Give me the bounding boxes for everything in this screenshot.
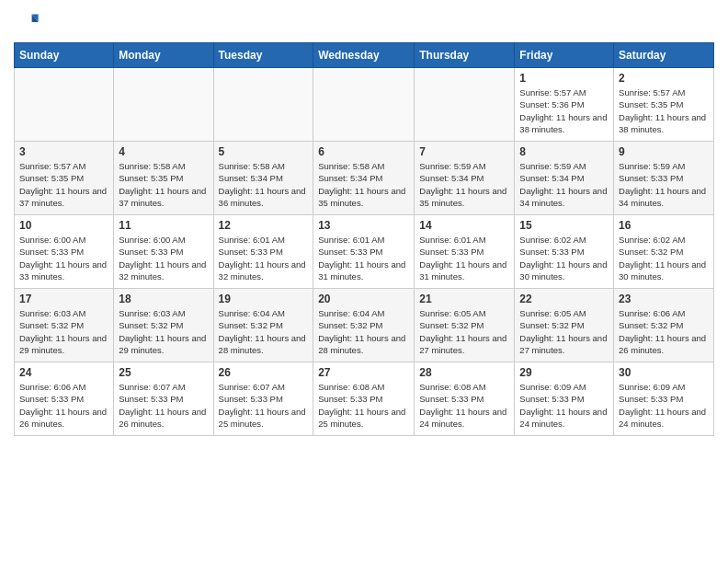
calendar-header-row: SundayMondayTuesdayWednesdayThursdayFrid… xyxy=(15,43,714,68)
day-number: 19 xyxy=(219,293,309,305)
day-info: Sunrise: 5:57 AM Sunset: 5:35 PM Dayligh… xyxy=(619,86,709,135)
day-number: 4 xyxy=(119,145,208,158)
page: SundayMondayTuesdayWednesdayThursdayFrid… xyxy=(0,0,728,450)
calendar-week-row: 24Sunrise: 6:06 AM Sunset: 5:33 PM Dayli… xyxy=(15,362,714,436)
calendar-cell: 15Sunrise: 6:02 AM Sunset: 5:33 PM Dayli… xyxy=(515,215,614,289)
calendar-cell: 7Sunrise: 5:59 AM Sunset: 5:34 PM Daylig… xyxy=(415,142,515,215)
calendar-week-row: 3Sunrise: 5:57 AM Sunset: 5:35 PM Daylig… xyxy=(15,142,714,215)
weekday-header: Saturday xyxy=(614,43,714,68)
day-number: 15 xyxy=(519,219,609,232)
weekday-header: Wednesday xyxy=(313,43,415,68)
calendar-cell: 30Sunrise: 6:09 AM Sunset: 5:33 PM Dayli… xyxy=(614,362,714,436)
calendar-cell: 20Sunrise: 6:04 AM Sunset: 5:32 PM Dayli… xyxy=(313,289,415,362)
day-number: 16 xyxy=(619,219,709,232)
calendar-cell: 16Sunrise: 6:02 AM Sunset: 5:32 PM Dayli… xyxy=(614,215,714,289)
calendar-cell: 12Sunrise: 6:01 AM Sunset: 5:33 PM Dayli… xyxy=(213,215,313,289)
day-info: Sunrise: 6:06 AM Sunset: 5:33 PM Dayligh… xyxy=(19,381,108,430)
day-number: 28 xyxy=(419,366,509,379)
logo-icon xyxy=(14,9,40,35)
calendar-cell: 27Sunrise: 6:08 AM Sunset: 5:33 PM Dayli… xyxy=(313,362,415,436)
day-info: Sunrise: 6:04 AM Sunset: 5:32 PM Dayligh… xyxy=(219,307,309,356)
calendar-cell: 6Sunrise: 5:58 AM Sunset: 5:34 PM Daylig… xyxy=(313,142,415,215)
weekday-header: Friday xyxy=(515,43,614,68)
calendar-week-row: 17Sunrise: 6:03 AM Sunset: 5:32 PM Dayli… xyxy=(15,289,714,362)
day-info: Sunrise: 6:02 AM Sunset: 5:33 PM Dayligh… xyxy=(519,234,609,282)
day-number: 27 xyxy=(318,366,409,379)
day-number: 13 xyxy=(318,219,409,232)
calendar-cell: 29Sunrise: 6:09 AM Sunset: 5:33 PM Dayli… xyxy=(515,362,614,436)
day-info: Sunrise: 6:08 AM Sunset: 5:33 PM Dayligh… xyxy=(318,381,409,430)
calendar-cell: 4Sunrise: 5:58 AM Sunset: 5:35 PM Daylig… xyxy=(114,142,213,215)
day-number: 10 xyxy=(19,219,108,232)
day-number: 26 xyxy=(219,366,309,379)
weekday-header: Monday xyxy=(114,43,213,68)
calendar-cell: 26Sunrise: 6:07 AM Sunset: 5:33 PM Dayli… xyxy=(213,362,313,436)
day-number: 23 xyxy=(619,293,709,305)
calendar-cell: 9Sunrise: 5:59 AM Sunset: 5:33 PM Daylig… xyxy=(614,142,714,215)
calendar-cell: 3Sunrise: 5:57 AM Sunset: 5:35 PM Daylig… xyxy=(15,142,114,215)
day-info: Sunrise: 5:57 AM Sunset: 5:36 PM Dayligh… xyxy=(519,86,609,135)
calendar-cell: 25Sunrise: 6:07 AM Sunset: 5:33 PM Dayli… xyxy=(114,362,213,436)
day-number: 29 xyxy=(519,366,609,379)
calendar-cell: 28Sunrise: 6:08 AM Sunset: 5:33 PM Dayli… xyxy=(415,362,515,436)
calendar-cell: 18Sunrise: 6:03 AM Sunset: 5:32 PM Dayli… xyxy=(114,289,213,362)
day-number: 21 xyxy=(419,293,509,305)
calendar-cell: 8Sunrise: 5:59 AM Sunset: 5:34 PM Daylig… xyxy=(515,142,614,215)
day-info: Sunrise: 6:03 AM Sunset: 5:32 PM Dayligh… xyxy=(119,307,208,356)
day-number: 7 xyxy=(419,145,509,158)
day-info: Sunrise: 6:01 AM Sunset: 5:33 PM Dayligh… xyxy=(419,234,509,282)
day-number: 20 xyxy=(318,293,409,305)
logo xyxy=(14,9,43,35)
weekday-header: Thursday xyxy=(415,43,515,68)
day-info: Sunrise: 5:58 AM Sunset: 5:35 PM Dayligh… xyxy=(119,160,208,209)
day-number: 22 xyxy=(519,293,609,305)
day-info: Sunrise: 6:01 AM Sunset: 5:33 PM Dayligh… xyxy=(219,234,309,282)
day-info: Sunrise: 6:03 AM Sunset: 5:32 PM Dayligh… xyxy=(19,307,108,356)
day-info: Sunrise: 6:00 AM Sunset: 5:33 PM Dayligh… xyxy=(119,234,208,282)
calendar-cell: 23Sunrise: 6:06 AM Sunset: 5:32 PM Dayli… xyxy=(614,289,714,362)
calendar-cell: 19Sunrise: 6:04 AM Sunset: 5:32 PM Dayli… xyxy=(213,289,313,362)
calendar-week-row: 1Sunrise: 5:57 AM Sunset: 5:36 PM Daylig… xyxy=(15,68,714,142)
day-info: Sunrise: 6:09 AM Sunset: 5:33 PM Dayligh… xyxy=(619,381,709,430)
calendar-table: SundayMondayTuesdayWednesdayThursdayFrid… xyxy=(14,42,714,436)
day-number: 6 xyxy=(318,145,409,158)
calendar-cell: 13Sunrise: 6:01 AM Sunset: 5:33 PM Dayli… xyxy=(313,215,415,289)
calendar-cell xyxy=(15,68,114,142)
header xyxy=(14,9,714,35)
calendar-cell xyxy=(114,68,213,142)
calendar-cell: 5Sunrise: 5:58 AM Sunset: 5:34 PM Daylig… xyxy=(213,142,313,215)
calendar-cell: 11Sunrise: 6:00 AM Sunset: 5:33 PM Dayli… xyxy=(114,215,213,289)
day-number: 12 xyxy=(219,219,309,232)
calendar-cell: 21Sunrise: 6:05 AM Sunset: 5:32 PM Dayli… xyxy=(415,289,515,362)
day-number: 5 xyxy=(219,145,309,158)
day-number: 30 xyxy=(619,366,709,379)
day-number: 8 xyxy=(519,145,609,158)
calendar-cell xyxy=(213,68,313,142)
calendar-cell: 22Sunrise: 6:05 AM Sunset: 5:32 PM Dayli… xyxy=(515,289,614,362)
weekday-header: Sunday xyxy=(15,43,114,68)
calendar-cell xyxy=(415,68,515,142)
day-info: Sunrise: 6:02 AM Sunset: 5:32 PM Dayligh… xyxy=(619,234,709,282)
day-info: Sunrise: 6:06 AM Sunset: 5:32 PM Dayligh… xyxy=(619,307,709,356)
day-number: 24 xyxy=(19,366,108,379)
weekday-header: Tuesday xyxy=(213,43,313,68)
day-info: Sunrise: 6:09 AM Sunset: 5:33 PM Dayligh… xyxy=(519,381,609,430)
day-info: Sunrise: 6:01 AM Sunset: 5:33 PM Dayligh… xyxy=(318,234,409,282)
calendar-cell: 1Sunrise: 5:57 AM Sunset: 5:36 PM Daylig… xyxy=(515,68,614,142)
day-info: Sunrise: 6:04 AM Sunset: 5:32 PM Dayligh… xyxy=(318,307,409,356)
day-info: Sunrise: 6:00 AM Sunset: 5:33 PM Dayligh… xyxy=(19,234,108,282)
calendar-cell: 17Sunrise: 6:03 AM Sunset: 5:32 PM Dayli… xyxy=(15,289,114,362)
day-number: 9 xyxy=(619,145,709,158)
day-info: Sunrise: 5:57 AM Sunset: 5:35 PM Dayligh… xyxy=(19,160,108,209)
day-info: Sunrise: 5:59 AM Sunset: 5:33 PM Dayligh… xyxy=(619,160,709,209)
day-number: 11 xyxy=(119,219,208,232)
calendar-cell: 24Sunrise: 6:06 AM Sunset: 5:33 PM Dayli… xyxy=(15,362,114,436)
day-number: 14 xyxy=(419,219,509,232)
day-info: Sunrise: 5:59 AM Sunset: 5:34 PM Dayligh… xyxy=(419,160,509,209)
calendar-cell: 14Sunrise: 6:01 AM Sunset: 5:33 PM Dayli… xyxy=(415,215,515,289)
calendar-week-row: 10Sunrise: 6:00 AM Sunset: 5:33 PM Dayli… xyxy=(15,215,714,289)
day-number: 1 xyxy=(519,72,609,85)
day-number: 2 xyxy=(619,72,709,85)
day-info: Sunrise: 5:59 AM Sunset: 5:34 PM Dayligh… xyxy=(519,160,609,209)
day-info: Sunrise: 5:58 AM Sunset: 5:34 PM Dayligh… xyxy=(219,160,309,209)
